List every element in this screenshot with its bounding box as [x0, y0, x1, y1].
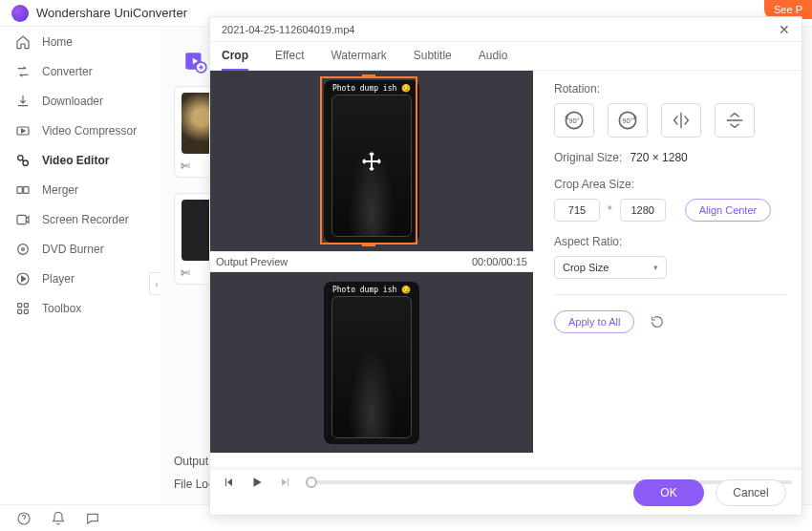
converter-icon	[15, 64, 31, 79]
flip-vertical-button[interactable]	[715, 103, 755, 138]
merger-icon	[15, 182, 31, 198]
apply-to-all-button[interactable]: Apply to All	[554, 310, 634, 333]
svg-rect-5	[17, 215, 26, 223]
svg-text:90°: 90°	[568, 117, 579, 125]
divider	[554, 294, 786, 295]
recorder-icon	[15, 212, 31, 227]
controls-panel: Rotation: 90° 90° Original Size: 720 × 1…	[533, 71, 801, 467]
sidebar-item-label: Player	[42, 272, 75, 286]
sidebar-item-merger[interactable]: Merger	[0, 175, 160, 204]
rotation-row: 90° 90°	[554, 103, 786, 138]
add-media-button[interactable]	[182, 48, 208, 74]
crop-dialog: 2021-04-25-112604019.mp4 ✕ Crop Effect W…	[209, 16, 802, 516]
svg-point-7	[22, 247, 25, 250]
sidebar-item-toolbox[interactable]: Toolbox	[0, 293, 160, 323]
sidebar-item-label: DVD Burner	[42, 243, 104, 256]
svg-point-2	[23, 160, 28, 165]
scissors-icon[interactable]: ✄	[181, 159, 190, 173]
chevron-down-icon: ▾	[653, 263, 658, 272]
compressor-icon	[15, 123, 31, 138]
sidebar-item-home[interactable]: Home	[0, 27, 160, 56]
tab-audio[interactable]: Audio	[479, 42, 508, 71]
tab-label: Effect	[275, 49, 304, 62]
multiply-icon: *	[608, 203, 612, 217]
ok-label: OK	[660, 486, 676, 499]
sidebar-item-converter[interactable]: Converter	[0, 56, 160, 86]
aspect-ratio-value: Crop Size	[563, 262, 609, 273]
editor-icon	[15, 153, 31, 168]
cancel-label: Cancel	[733, 486, 768, 499]
reset-icon	[650, 314, 665, 329]
rotate-cw-button[interactable]: 90°	[608, 103, 648, 138]
rotation-label: Rotation:	[554, 82, 786, 96]
flip-horizontal-button[interactable]	[661, 103, 701, 138]
sidebar-item-downloader[interactable]: Downloader	[0, 86, 160, 116]
crop-handle-top[interactable]	[362, 74, 375, 78]
tab-label: Watermark	[331, 49, 386, 62]
video-frame: Photo dump ish 😏	[324, 282, 419, 444]
reset-button[interactable]	[648, 312, 667, 331]
sidebar-item-editor[interactable]: Video Editor	[0, 145, 160, 175]
player-icon	[15, 271, 31, 287]
notifications-button[interactable]	[50, 510, 67, 527]
toolbox-icon	[15, 301, 31, 316]
original-size-value: 720 × 1280	[630, 151, 687, 164]
home-icon	[15, 34, 31, 50]
sidebar-item-label: Downloader	[42, 95, 103, 108]
feedback-button[interactable]	[84, 510, 101, 527]
dialog-header: 2021-04-25-112604019.mp4 ✕	[210, 17, 801, 42]
crop-width-input[interactable]	[554, 199, 600, 222]
svg-point-1	[18, 155, 23, 159]
svg-rect-3	[17, 186, 22, 193]
cancel-button[interactable]: Cancel	[716, 479, 786, 506]
crop-size-row: * Align Center	[554, 199, 786, 222]
scissors-icon[interactable]: ✄	[181, 266, 190, 280]
sidebar-item-label: Screen Recorder	[42, 213, 129, 226]
sidebar: Home Converter Downloader Video Compress…	[0, 27, 160, 504]
source-preview[interactable]: Photo dump ish 😏	[210, 71, 533, 251]
sidebar-item-label: Converter	[42, 65, 93, 78]
rotate-ccw-button[interactable]: 90°	[554, 103, 594, 138]
dialog-body: Photo dump ish 😏 Output Preview 00:00/00…	[210, 71, 801, 467]
close-button[interactable]: ✕	[779, 22, 790, 37]
tab-subtitle[interactable]: Subtitle	[414, 42, 452, 71]
apply-row: Apply to All	[554, 310, 786, 333]
align-center-button[interactable]: Align Center	[685, 199, 772, 222]
original-size-row: Original Size: 720 × 1280	[554, 151, 786, 164]
burner-icon	[15, 242, 31, 257]
tab-label: Audio	[479, 49, 508, 62]
sidebar-item-burner[interactable]: DVD Burner	[0, 234, 160, 264]
svg-rect-10	[24, 303, 28, 307]
tab-watermark[interactable]: Watermark	[331, 42, 386, 71]
preview-time: 00:00/00:15	[472, 256, 527, 267]
chevron-left-icon: ‹	[155, 279, 158, 289]
dialog-title: 2021-04-25-112604019.mp4	[222, 24, 354, 35]
close-icon: ✕	[779, 22, 790, 37]
preview-label-row: Output Preview 00:00/00:15	[210, 251, 533, 272]
crop-height-input[interactable]	[620, 199, 666, 222]
output-preview-label: Output Preview	[216, 256, 288, 267]
aspect-ratio-label: Aspect Ratio:	[554, 235, 786, 248]
aspect-ratio-select[interactable]: Crop Size ▾	[554, 256, 667, 279]
help-button[interactable]	[15, 510, 32, 527]
sidebar-item-label: Toolbox	[42, 302, 81, 315]
svg-rect-4	[24, 186, 29, 193]
sidebar-item-label: Merger	[42, 183, 78, 197]
video-overlay-text: Photo dump ish 😏	[324, 282, 419, 296]
ok-button[interactable]: OK	[633, 479, 704, 506]
tab-effect[interactable]: Effect	[275, 42, 304, 71]
preview-column: Photo dump ish 😏 Output Preview 00:00/00…	[210, 71, 533, 467]
crop-handle-bottom[interactable]	[362, 243, 375, 246]
sidebar-item-player[interactable]: Player	[0, 264, 160, 293]
dialog-footer: OK Cancel	[210, 469, 801, 515]
see-plans-label: See P	[774, 4, 802, 15]
sidebar-item-recorder[interactable]: Screen Recorder	[0, 204, 160, 234]
crop-rectangle[interactable]	[320, 76, 417, 244]
tab-crop[interactable]: Crop	[222, 42, 248, 71]
app-title: Wondershare UniConverter	[36, 6, 187, 20]
sidebar-item-label: Video Compressor	[42, 124, 137, 138]
original-size-label: Original Size:	[554, 151, 622, 164]
sidebar-item-compressor[interactable]: Video Compressor	[0, 116, 160, 145]
svg-rect-9	[18, 303, 22, 307]
crop-area-label: Crop Area Size:	[554, 178, 786, 191]
